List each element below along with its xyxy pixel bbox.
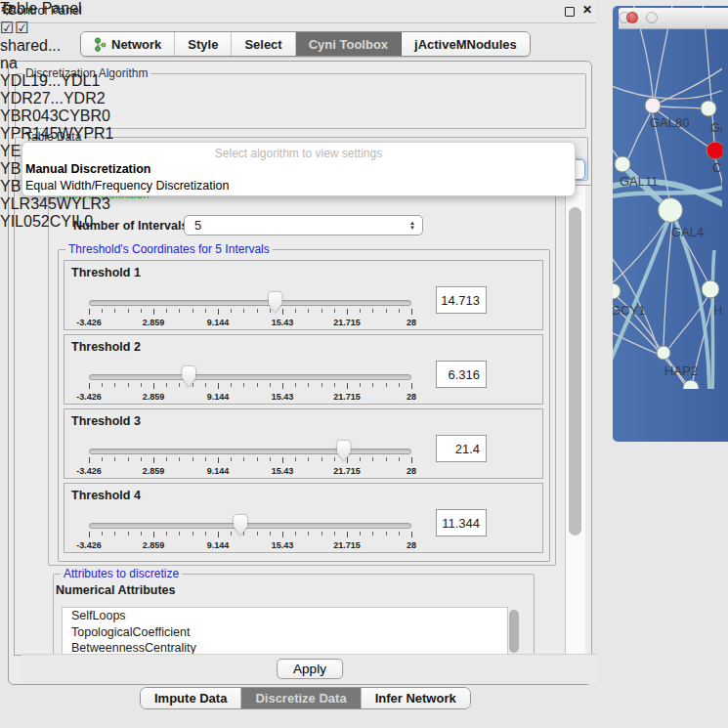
tick-label: 2.859 (143, 466, 165, 476)
attribute-list[interactable]: SelfLoopsTopologicalCoefficientBetweenne… (62, 607, 508, 656)
tick-label: 21.715 (333, 540, 361, 550)
threshold-panel: Threshold 2-3.4262.8599.14415.4321.71528… (64, 334, 543, 405)
interval-definition-group: Interval Definition Number of Intervals … (48, 194, 556, 566)
attribute-list-scrollbar[interactable] (509, 610, 519, 653)
threshold-value-input[interactable]: 21.4 (436, 435, 487, 462)
attributes-group: Attributes to discretize Numerical Attri… (53, 574, 535, 656)
table-row[interactable]: YBR043CYBR0 (0, 107, 114, 125)
node-label: HAP2 (664, 364, 698, 378)
checkbox-checked-icon[interactable]: ☑ (0, 19, 14, 37)
network-edge[interactable] (613, 221, 666, 287)
node-label: H (713, 303, 722, 318)
network-node[interactable] (613, 283, 621, 299)
threshold-panel: Threshold 1-3.4262.8599.14415.4321.71528… (64, 260, 543, 330)
slider-ticks: -3.4262.8599.14415.4321.71528 (89, 383, 411, 390)
threshold-slider[interactable]: -3.4262.8599.14415.4321.71528 (89, 449, 411, 464)
tick-label: 2.859 (143, 540, 165, 550)
threshold-slider[interactable]: -3.4262.8599.14415.4321.71528 (89, 523, 411, 538)
tab-impute-data[interactable]: Impute Data (141, 688, 241, 708)
tick-label: -3.426 (76, 466, 102, 476)
tab-discretize-data[interactable]: Discretize Data (241, 688, 361, 708)
table-row[interactable]: YIL052CYIL0 (0, 213, 114, 231)
table-cell: YDR2 (64, 90, 106, 107)
tab-label: jActiveMNodules (414, 37, 517, 52)
tick-label: -3.426 (76, 318, 102, 327)
network-node[interactable] (659, 198, 683, 223)
column-header-shared-name[interactable]: shared... (0, 37, 114, 55)
dropdown-option[interactable]: Equal Width/Frequency Discretization (25, 179, 229, 193)
tab-infer-network[interactable]: Infer Network (362, 688, 470, 708)
network-canvas[interactable]: GAL80GACGAL11GAL4GCY1HHAP2 (613, 6, 728, 393)
thresholds-container: Threshold 1-3.4262.8599.14415.4321.71528… (64, 260, 543, 557)
network-node[interactable] (701, 101, 716, 116)
table-row[interactable]: YDR27...YDR2 (0, 90, 114, 107)
zoom-traffic-light-icon[interactable] (619, 12, 630, 23)
threshold-value-input[interactable]: 14.713 (436, 286, 487, 314)
table-cell: YBR0 (69, 107, 110, 124)
group-title: Attributes to discretize (61, 567, 182, 580)
numerical-attributes-heading: Numerical Attributes (56, 583, 175, 597)
table-cell: YLR345W (0, 195, 71, 212)
threshold-slider[interactable]: -3.4262.8599.14415.4321.71528 (89, 300, 411, 316)
table-cell: YDL19... (0, 72, 61, 89)
table-cell: YIL0 (61, 213, 93, 230)
apply-button[interactable]: Apply (277, 659, 343, 679)
checkbox-checked-icon[interactable]: ☑ (15, 19, 28, 37)
threshold-label: Threshold 1 (71, 266, 141, 279)
thresholds-group: Threshold's Coordinates for 5 Intervals … (58, 249, 550, 562)
tab-select[interactable]: Select (232, 32, 295, 56)
network-window-titlebar[interactable] (619, 8, 728, 29)
close-icon[interactable]: ✕ (582, 3, 592, 17)
tab-cyni-toolbox[interactable]: Cyni Toolbox (296, 32, 402, 56)
tick-label: 9.144 (207, 318, 230, 327)
table-cell: YLR3 (71, 195, 110, 212)
tick-label: 2.859 (143, 318, 165, 327)
network-node[interactable] (707, 142, 722, 159)
tab-style[interactable]: Style (175, 32, 232, 56)
float-window-icon[interactable] (565, 7, 575, 17)
tick-label: 2.859 (143, 392, 165, 402)
gear-icon[interactable]: ⚙ (0, 1, 14, 18)
slider-track[interactable] (89, 449, 411, 454)
attribute-item[interactable]: SelfLoops (63, 608, 507, 624)
threshold-slider[interactable]: -3.4262.8599.14415.4321.71528 (89, 374, 411, 390)
table-row[interactable]: YDL19...YDL1 (0, 72, 114, 90)
column-header-name[interactable]: na (0, 55, 114, 72)
network-edge[interactable] (661, 107, 701, 108)
cyni-toolbox-panel: Discretization Algorithm Select algorith… (8, 61, 592, 685)
main-scrollbar-thumb[interactable] (569, 207, 581, 535)
attribute-item[interactable]: TopologicalCoefficient (63, 624, 507, 641)
network-node[interactable] (657, 346, 670, 360)
table-row[interactable]: YPR145WYPR1 (0, 125, 114, 143)
tick-label: -3.426 (76, 540, 102, 550)
network-edge-highlighted[interactable] (712, 250, 714, 389)
network-edge[interactable] (613, 84, 722, 99)
network-node[interactable] (702, 280, 719, 298)
main-scrollbar-track[interactable] (565, 186, 585, 655)
network-edge[interactable] (660, 64, 722, 103)
tab-label: Select (244, 37, 281, 52)
table-cell: YPR145W (0, 125, 73, 142)
tab-label: Style (188, 37, 218, 52)
slider-track[interactable] (89, 374, 411, 380)
threshold-panel: Threshold 4-3.4262.8599.14415.4321.71528… (64, 483, 543, 553)
threshold-value-input[interactable]: 11.344 (436, 509, 487, 536)
table-row[interactable]: YLR345WYLR3 (0, 195, 114, 213)
network-edge[interactable] (664, 222, 672, 346)
table-cell: YPR1 (73, 125, 114, 142)
spinner-icon: ▲▼ (409, 221, 415, 231)
tick-label: 21.715 (333, 318, 361, 327)
tick-label: 21.715 (333, 466, 361, 476)
slider-track[interactable] (89, 523, 411, 529)
tab-jactivemnodules[interactable]: jActiveMNodules (402, 32, 530, 56)
slider-track[interactable] (89, 300, 411, 306)
minimize-traffic-light-icon[interactable] (646, 12, 658, 23)
tab-label: Impute Data (154, 691, 227, 706)
tick-label: 15.43 (272, 540, 294, 550)
network-node[interactable] (615, 156, 630, 172)
dropdown-option[interactable]: Manual Discretization (25, 162, 151, 176)
network-edge[interactable] (628, 112, 651, 158)
threshold-value-input[interactable]: 6.316 (436, 361, 487, 388)
num-intervals-combobox[interactable]: 5 ▲▼ (184, 215, 423, 236)
network-node[interactable] (645, 98, 661, 113)
